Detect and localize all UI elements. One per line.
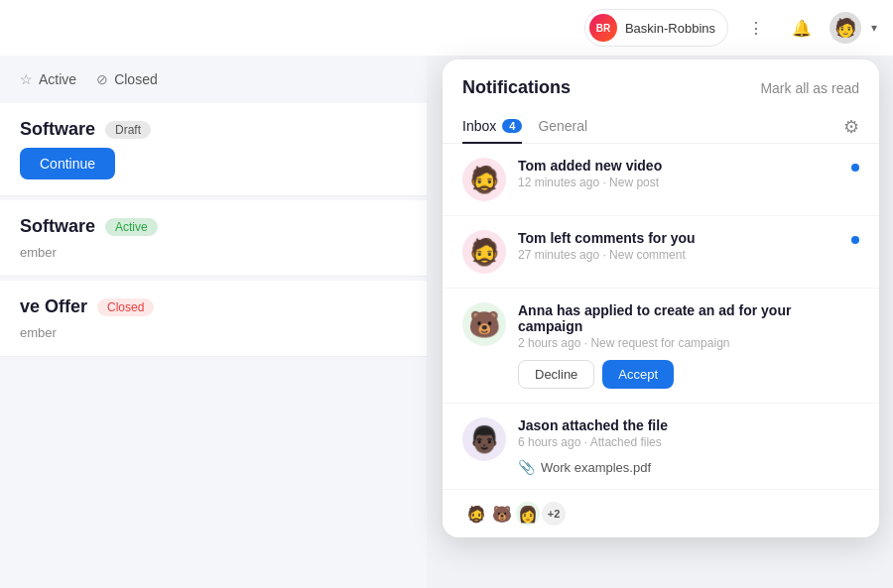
- notif-name-3: Anna has applied to create an ad for you…: [518, 302, 859, 334]
- notif-content-3: Anna has applied to create an ad for you…: [518, 302, 859, 389]
- unread-dot-2: [851, 236, 859, 244]
- settings-icon[interactable]: ⚙: [843, 116, 859, 138]
- chevron-down-icon[interactable]: ▾: [871, 21, 877, 35]
- filter-active-label: Active: [39, 71, 76, 87]
- top-bar: BR Baskin-Robbins ⋮ 🔔 🧑 ▾: [0, 0, 893, 56]
- notif-content-2: Tom left comments for you 27 minutes ago…: [518, 230, 839, 262]
- tab-inbox-count: 4: [502, 119, 522, 133]
- campaign-card-3: ve Offer Closed ember: [0, 281, 427, 357]
- mark-all-read-button[interactable]: Mark all as read: [760, 80, 859, 96]
- card-title-row-1: Software Draft: [20, 119, 407, 140]
- campaign-title-2: Software: [20, 216, 95, 237]
- notification-header: Notifications Mark all as read: [443, 59, 879, 110]
- bell-icon[interactable]: 🔔: [784, 10, 820, 46]
- notif-avatar-2: 🧔: [462, 230, 506, 274]
- notification-item-2: 🧔 Tom left comments for you 27 minutes a…: [443, 216, 879, 289]
- plus-count-badge: +2: [540, 500, 568, 528]
- notif-content-4: Jason attached the file 6 hours ago · At…: [518, 417, 859, 475]
- notification-tabs: Inbox 4 General ⚙: [443, 110, 879, 144]
- bottom-avatar-strip: 🧔 🐻 👩 +2: [443, 490, 879, 537]
- brand-logo: BR: [589, 14, 617, 42]
- notif-meta-4: 6 hours ago · Attached files: [518, 435, 859, 449]
- mini-avatar-3: 👩: [514, 500, 542, 528]
- unread-dot-1: [851, 164, 859, 172]
- card-title-row-2: Software Active: [20, 216, 407, 237]
- more-icon[interactable]: ⋮: [738, 10, 774, 46]
- closed-icon: ⊘: [96, 71, 108, 87]
- filter-closed[interactable]: ⊘ Closed: [96, 71, 158, 87]
- notification-item-1: 🧔 Tom added new video 12 minutes ago · N…: [443, 144, 879, 216]
- notification-item-4: 👨🏿 Jason attached the file 6 hours ago ·…: [443, 404, 879, 490]
- paperclip-icon: 📎: [518, 459, 535, 475]
- notif-actions-3: Decline Accept: [518, 360, 859, 389]
- tab-general[interactable]: General: [538, 110, 587, 144]
- campaign-subtitle-3: ember: [20, 325, 407, 340]
- attachment-name-4: Work examples.pdf: [541, 460, 651, 475]
- mini-avatar-1: 🧔: [462, 500, 490, 528]
- campaign-subtitle-2: ember: [20, 245, 407, 260]
- brand-badge[interactable]: BR Baskin-Robbins: [584, 9, 728, 47]
- campaign-title-3: ve Offer: [20, 296, 87, 317]
- star-icon: ☆: [20, 71, 33, 87]
- notif-avatar-1: 🧔: [462, 158, 506, 201]
- filter-active[interactable]: ☆ Active: [20, 71, 76, 87]
- tab-inbox-label: Inbox: [462, 118, 496, 134]
- notif-name-4: Jason attached the file: [518, 417, 859, 433]
- badge-closed-3: Closed: [97, 298, 154, 316]
- notification-item-3: 🐻 Anna has applied to create an ad for y…: [443, 289, 879, 404]
- left-content: ☆ Active ⊘ Closed Software Draft Continu…: [0, 56, 427, 588]
- notif-name-1: Tom added new video: [518, 158, 839, 174]
- notif-meta-3: 2 hours ago · New request for campaign: [518, 336, 859, 350]
- badge-draft-1: Draft: [105, 121, 151, 139]
- notification-title: Notifications: [462, 77, 571, 98]
- notif-name-2: Tom left comments for you: [518, 230, 839, 246]
- decline-button[interactable]: Decline: [518, 360, 594, 389]
- notif-avatar-3: 🐻: [462, 302, 506, 346]
- tab-inbox[interactable]: Inbox 4: [462, 110, 522, 144]
- notif-meta-2: 27 minutes ago · New comment: [518, 248, 839, 262]
- filter-bar: ☆ Active ⊘ Closed: [0, 56, 427, 103]
- badge-active-2: Active: [105, 218, 158, 236]
- notification-panel: Notifications Mark all as read Inbox 4 G…: [443, 59, 879, 537]
- card-title-row-3: ve Offer Closed: [20, 296, 407, 317]
- notif-content-1: Tom added new video 12 minutes ago · New…: [518, 158, 839, 189]
- campaign-title-1: Software: [20, 119, 95, 140]
- continue-button-1[interactable]: Continue: [20, 148, 115, 179]
- notif-meta-1: 12 minutes ago · New post: [518, 176, 839, 189]
- brand-name: Baskin-Robbins: [625, 21, 715, 36]
- notif-avatar-4: 👨🏿: [462, 417, 506, 461]
- tab-general-label: General: [538, 118, 587, 134]
- accept-button[interactable]: Accept: [602, 360, 674, 389]
- attachment-row-4: 📎 Work examples.pdf: [518, 459, 859, 475]
- campaign-card-2: Software Active ember: [0, 200, 427, 277]
- filter-closed-label: Closed: [114, 71, 158, 87]
- mini-avatar-2: 🐻: [488, 500, 516, 528]
- user-avatar[interactable]: 🧑: [829, 12, 861, 44]
- campaign-card-1: Software Draft Continue: [0, 103, 427, 196]
